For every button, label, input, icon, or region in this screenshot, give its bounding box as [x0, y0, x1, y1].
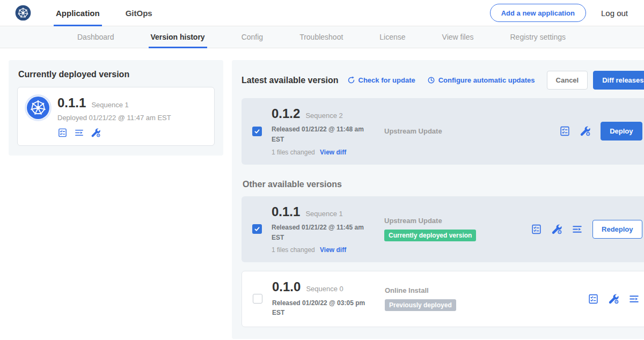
- tab-gitops-label: GitOps: [126, 9, 152, 18]
- checkmark-icon: [254, 128, 260, 135]
- source-label: Upstream Update: [384, 217, 526, 225]
- version-source-column: Upstream Update: [378, 127, 555, 135]
- version-info: 0.1.0 Sequence 0 Released 01/20/22 @ 03:…: [272, 280, 378, 318]
- subnav-tab-label: Registry settings: [510, 33, 565, 41]
- subnav-tab-label: View files: [442, 33, 474, 41]
- diff-icon[interactable]: [74, 128, 84, 138]
- files-changed-label: 1 files changed: [272, 149, 315, 156]
- subnav-tab-label: License: [379, 33, 405, 41]
- edit-config-icon[interactable]: [91, 128, 101, 138]
- source-label: Upstream Update: [384, 127, 555, 135]
- subnav-tab-license[interactable]: License: [377, 26, 407, 48]
- version-checkbox[interactable]: [252, 127, 262, 136]
- subnav-tab-label: Troubleshoot: [299, 33, 343, 41]
- diff-icon[interactable]: [628, 293, 640, 305]
- check-for-update-link[interactable]: Check for update: [347, 76, 415, 84]
- currently-deployed-panel: Currently deployed version 0.1.1 Sequenc…: [9, 60, 223, 156]
- version-source-column: Online Install Previously deployed: [378, 286, 583, 311]
- subnav-tab-label: Version history: [151, 33, 205, 41]
- files-changed-line: 1 files changed View diff: [272, 149, 378, 156]
- edit-config-icon[interactable]: [580, 125, 591, 137]
- version-checkbox[interactable]: [252, 224, 262, 234]
- deployed-version-details: 0.1.1 Sequence 1 Deployed 01/21/22 @ 11:…: [57, 96, 171, 138]
- release-notes-icon[interactable]: [588, 293, 599, 305]
- deploy-button[interactable]: Deploy: [601, 122, 642, 141]
- configure-automatic-updates-link[interactable]: Configure automatic updates: [427, 76, 535, 84]
- main-content: Currently deployed version 0.1.1 Sequenc…: [0, 48, 644, 339]
- redeploy-button[interactable]: Redeploy: [592, 220, 642, 239]
- deployed-version-card: 0.1.1 Sequence 1 Deployed 01/21/22 @ 11:…: [17, 87, 215, 146]
- version-history-panel: Latest available version Check for updat…: [232, 60, 644, 339]
- view-diff-link[interactable]: View diff: [320, 246, 346, 254]
- deployed-timestamp: Deployed 01/21/22 @ 11:47 am EST: [57, 114, 171, 122]
- top-navbar: Application GitOps Add a new application…: [0, 0, 644, 26]
- released-date: Released 01/21/22 @ 11:48 am EST: [272, 124, 371, 144]
- version-number: 0.1.0: [272, 280, 301, 294]
- version-row-actions: [559, 125, 591, 137]
- currently-deployed-badge: Currently deployed version: [384, 230, 476, 241]
- configure-automatic-updates-label: Configure automatic updates: [438, 76, 535, 84]
- version-info: 0.1.2 Sequence 2 Released 01/21/22 @ 11:…: [272, 107, 378, 156]
- subnav-tab-label: Config: [241, 33, 263, 41]
- tab-application[interactable]: Application: [54, 0, 102, 26]
- add-application-button[interactable]: Add a new application: [490, 4, 586, 22]
- released-date: Released 01/20/22 @ 03:05 pm EST: [272, 298, 372, 318]
- other-versions-title: Other available versions: [243, 180, 644, 189]
- version-number: 0.1.2: [272, 107, 300, 121]
- subnav-tab-registry-settings[interactable]: Registry settings: [508, 26, 567, 48]
- checkmark-icon: [254, 226, 260, 232]
- files-changed-label: 1 files changed: [272, 246, 315, 254]
- tab-gitops[interactable]: GitOps: [123, 0, 155, 26]
- diff-releases-button[interactable]: Diff releases: [593, 71, 644, 90]
- subnav-tab-view-files[interactable]: View files: [440, 26, 476, 48]
- cancel-button[interactable]: Cancel: [547, 71, 588, 90]
- subnav-tab-dashboard[interactable]: Dashboard: [75, 26, 116, 48]
- edit-config-icon[interactable]: [608, 293, 619, 305]
- version-row-0-1-2: 0.1.2 Sequence 2 Released 01/21/22 @ 11:…: [241, 98, 644, 165]
- logout-button[interactable]: Log out: [601, 9, 628, 18]
- deployed-sequence-label: Sequence 1: [91, 101, 128, 109]
- version-info: 0.1.1 Sequence 1 Released 01/21/22 @ 11:…: [272, 205, 378, 254]
- version-row-0-1-1: 0.1.1 Sequence 1 Released 01/21/22 @ 11:…: [241, 196, 644, 263]
- currently-deployed-title: Currently deployed version: [18, 70, 215, 79]
- latest-version-header: Latest available version Check for updat…: [241, 71, 644, 90]
- app-sub-navbar: Dashboard Version history Config Trouble…: [0, 26, 644, 48]
- released-date: Released 01/21/22 @ 11:45 am EST: [272, 223, 371, 242]
- sequence-label: Sequence 0: [306, 285, 343, 293]
- subnav-tab-config[interactable]: Config: [239, 26, 265, 48]
- deployed-version-number: 0.1.1: [57, 96, 86, 110]
- latest-version-title: Latest available version: [241, 76, 339, 85]
- sequence-label: Sequence 2: [305, 112, 342, 120]
- version-checkbox[interactable]: [253, 294, 262, 304]
- diff-icon[interactable]: [572, 224, 583, 235]
- source-label: Online Install: [385, 286, 583, 294]
- refresh-icon: [347, 76, 355, 84]
- subnav-tab-troubleshoot[interactable]: Troubleshoot: [297, 26, 345, 48]
- release-notes-icon[interactable]: [559, 125, 570, 137]
- version-row-actions: [531, 224, 583, 235]
- previously-deployed-badge: Previously deployed: [385, 299, 456, 311]
- tab-application-label: Application: [56, 9, 100, 18]
- edit-config-icon[interactable]: [551, 224, 562, 235]
- files-changed-line: 1 files changed View diff: [272, 246, 378, 254]
- kubernetes-logo-icon[interactable]: [15, 5, 31, 21]
- clock-icon: [427, 76, 435, 84]
- view-diff-link[interactable]: View diff: [320, 149, 346, 156]
- check-for-update-label: Check for update: [358, 76, 415, 84]
- sequence-label: Sequence 1: [305, 210, 342, 218]
- row-gap: [241, 262, 644, 271]
- version-source-column: Upstream Update Currently deployed versi…: [378, 217, 526, 241]
- app-logo-icon: [26, 96, 50, 120]
- release-notes-icon[interactable]: [57, 128, 68, 138]
- subnav-tab-version-history[interactable]: Version history: [149, 26, 207, 48]
- deployed-card-actions: [57, 128, 171, 138]
- release-notes-icon[interactable]: [531, 224, 542, 235]
- version-row-0-1-0: 0.1.0 Sequence 0 Released 01/20/22 @ 03:…: [241, 271, 644, 327]
- version-row-actions: [588, 293, 640, 305]
- subnav-tab-label: Dashboard: [77, 33, 114, 41]
- version-number: 0.1.1: [272, 205, 300, 219]
